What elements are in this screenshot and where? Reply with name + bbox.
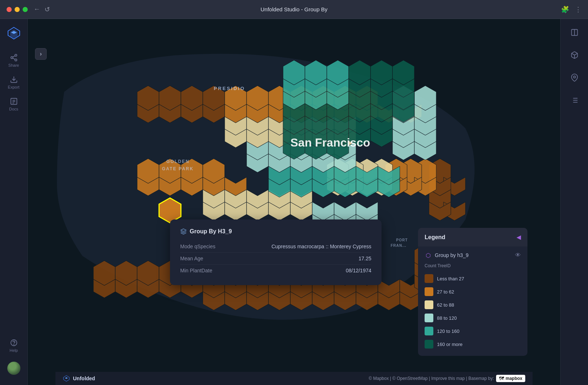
share-icon: [10, 54, 18, 62]
legend-swatch-1: [425, 287, 433, 296]
panel-toggle-button[interactable]: ›: [35, 48, 47, 60]
bottom-bar: Unfolded © Mapbox | © OpenStreetMap | Im…: [55, 372, 533, 385]
legend-item-3: 88 to 120: [425, 311, 521, 324]
legend-swatch-2: [425, 300, 433, 309]
sidebar-item-docs[interactable]: Docs: [2, 94, 26, 114]
port-label: PORT: [396, 238, 408, 242]
legend-pin-icon[interactable]: ◀: [517, 234, 521, 241]
svg-line-4: [12, 56, 15, 57]
split-view-icon: [570, 28, 579, 36]
titlebar: ← ↺ Unfolded Studio - Group By 🧩 ⋮: [0, 0, 588, 19]
svg-point-10: [13, 344, 14, 345]
share-label: Share: [8, 63, 19, 67]
legend-label-3: 88 to 120: [437, 315, 457, 321]
right-panel: [560, 19, 588, 385]
tooltip-key-age: Mean Age: [180, 256, 203, 261]
svg-point-0: [15, 54, 17, 57]
refresh-button[interactable]: ↺: [45, 5, 50, 13]
legend-layer-name: Group by h3_9: [435, 252, 469, 258]
legend-items: Less than 27 27 to 62 62 to 88 88 to 120…: [425, 272, 521, 351]
legend-swatch-3: [425, 314, 433, 322]
fran-label: FRAN...: [391, 244, 406, 248]
legend-item-0: Less than 27: [425, 272, 521, 285]
legend-header: Legend ◀: [418, 228, 527, 246]
sidebar-item-export[interactable]: Export: [2, 72, 26, 93]
list-view-icon: [570, 96, 579, 104]
tooltip-val-age: 17.25: [359, 256, 371, 261]
menu-icon[interactable]: ⋮: [575, 5, 581, 13]
legend-title: Legend: [425, 234, 445, 241]
tooltip-title: Group By H3_9: [180, 228, 371, 235]
tooltip-row-plantdate: Min PlantDate 08/12/1974: [180, 265, 371, 276]
legend-item-4: 120 to 160: [425, 324, 521, 338]
avatar-image: [7, 362, 20, 375]
3d-view-button[interactable]: [567, 47, 582, 63]
avatar[interactable]: [7, 362, 20, 375]
legend-label-5: 160 or more: [437, 342, 463, 347]
legend-count-label: Count TreeID: [425, 263, 521, 268]
mapbox-logo: 🗺 mapbox: [496, 375, 525, 382]
minimize-button[interactable]: [15, 7, 20, 12]
legend-label-4: 120 to 160: [437, 328, 459, 334]
attribution-area: © Mapbox | © OpenStreetMap | Improve thi…: [369, 375, 525, 382]
export-label: Export: [8, 85, 20, 89]
svg-point-1: [11, 57, 13, 59]
sidebar-item-help[interactable]: Help: [2, 335, 26, 356]
legend-body: ⬡ Group by h3_9 👁 Count TreeID Less than…: [418, 246, 527, 356]
plugin-icon[interactable]: 🧩: [561, 5, 569, 13]
selected-hex: [159, 198, 181, 223]
sidebar-item-share[interactable]: Share: [2, 50, 26, 71]
list-view-button[interactable]: [567, 93, 582, 108]
layers-icon: [180, 228, 187, 235]
chevron-right-icon: ›: [40, 51, 42, 57]
brand-logo-area: Unfolded: [63, 375, 95, 382]
back-button[interactable]: ←: [34, 5, 40, 13]
tooltip-val-plantdate: 08/12/1974: [346, 268, 371, 273]
tooltip-key-plantdate: Min PlantDate: [180, 268, 212, 273]
legend-panel: Legend ◀ ⬡ Group by h3_9 👁 Count TreeID …: [418, 228, 527, 356]
legend-item-1: 27 to 62: [425, 285, 521, 298]
maximize-button[interactable]: [23, 7, 28, 12]
window-title: Unfolded Studio - Group By: [260, 6, 327, 12]
mapbox-label: mapbox: [506, 376, 522, 381]
help-label: Help: [9, 348, 18, 353]
docs-label: Docs: [9, 107, 18, 111]
svg-line-3: [12, 58, 15, 59]
pin-view-icon: [570, 74, 579, 82]
main-layout: Share Export Docs: [0, 19, 588, 385]
split-view-button[interactable]: [567, 25, 582, 40]
svg-point-216: [573, 76, 576, 78]
brand-name: Unfolded: [73, 376, 95, 381]
svg-marker-212: [181, 229, 186, 232]
tooltip-title-text: Group By H3_9: [190, 228, 232, 235]
legend-swatch-4: [425, 327, 433, 335]
legend-item-2: 62 to 88: [425, 298, 521, 311]
traffic-lights: [0, 7, 28, 12]
logo: [5, 25, 22, 42]
attribution-text: © Mapbox | © OpenStreetMap | Improve thi…: [369, 376, 494, 381]
legend-item-5: 160 or more: [425, 338, 521, 351]
sf-label: San Francisco: [290, 136, 370, 149]
tooltip-row-species: Mode qSpecies Cupressus macrocarpa :: Mo…: [180, 241, 371, 253]
nav-buttons: ← ↺: [34, 5, 50, 13]
close-button[interactable]: [7, 7, 12, 12]
legend-label-0: Less than 27: [437, 276, 464, 281]
hex-layer-icon: ⬡: [425, 252, 432, 259]
left-sidebar: Share Export Docs: [0, 19, 28, 385]
golden-gate-label2: GATE PARK: [162, 166, 194, 171]
pin-view-button[interactable]: [567, 70, 582, 85]
svg-point-2: [15, 59, 17, 61]
legend-swatch-0: [425, 274, 433, 283]
titlebar-actions: 🧩 ⋮: [561, 5, 588, 13]
docs-icon: [10, 97, 18, 105]
legend-layer-row: ⬡ Group by h3_9 👁: [425, 252, 521, 259]
map-area[interactable]: PRESIDIO GOLDEN GATE PARK San Francisco …: [28, 19, 560, 385]
legend-layer-left: ⬡ Group by h3_9: [425, 252, 469, 259]
presidio-label: PRESIDIO: [214, 86, 245, 91]
golden-gate-label1: GOLDEN: [166, 159, 189, 164]
legend-label-1: 27 to 62: [437, 289, 454, 295]
unfolded-logo-small: [63, 375, 70, 382]
logo-icon: [7, 26, 21, 40]
legend-swatch-5: [425, 340, 433, 349]
eye-icon[interactable]: 👁: [515, 252, 521, 258]
